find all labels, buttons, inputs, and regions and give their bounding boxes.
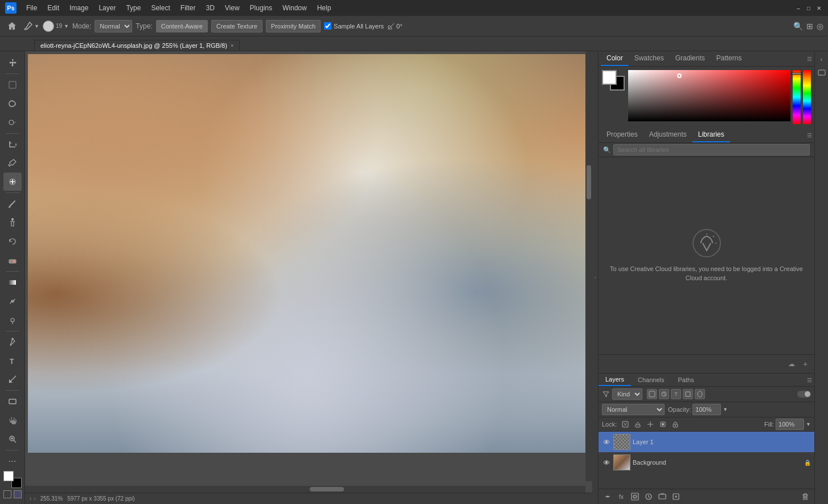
menu-file[interactable]: File — [22, 3, 42, 13]
pen-tool[interactable] — [3, 333, 22, 351]
document-tab[interactable]: eliott-reyna-jCEpN62oWL4-unsplash.jpg @ … — [34, 40, 240, 51]
comment-button[interactable] — [816, 67, 827, 79]
blur-tool[interactable] — [3, 292, 22, 310]
hand-tool[interactable] — [3, 411, 22, 429]
add-library-button[interactable]: + — [800, 358, 811, 370]
brush-tool[interactable] — [3, 195, 22, 213]
tab-adjustments[interactable]: Adjustments — [643, 128, 692, 142]
opacity-dropdown[interactable]: ▼ — [723, 407, 728, 412]
fx-button[interactable]: fx — [616, 491, 627, 502]
color-panel-menu[interactable]: ☰ — [807, 51, 812, 66]
menu-3d[interactable]: 3D — [201, 3, 219, 13]
tab-color[interactable]: Color — [601, 51, 629, 66]
minimize-button[interactable]: – — [794, 3, 803, 13]
tab-swatches[interactable]: Swatches — [629, 51, 670, 66]
delete-layer-button[interactable] — [800, 491, 811, 502]
eyedropper-tool[interactable] — [3, 154, 22, 173]
tab-patterns[interactable]: Patterns — [711, 51, 748, 66]
color-crosshair[interactable] — [677, 73, 682, 78]
proximity-match-button[interactable]: Proximity Match — [266, 20, 321, 32]
vertical-scrollbar[interactable] — [585, 51, 592, 481]
blend-mode-select[interactable]: Normal — [602, 404, 665, 415]
lock-position-button[interactable] — [645, 419, 655, 429]
history-brush-tool[interactable] — [3, 232, 22, 251]
rectangle-tool[interactable] — [3, 392, 22, 411]
menu-type[interactable]: Type — [121, 3, 145, 13]
more-tools[interactable]: ··· — [3, 452, 22, 470]
zoom-tool[interactable] — [3, 430, 22, 448]
menu-view[interactable]: View — [220, 3, 244, 13]
brush-size-dropdown[interactable]: ▼ — [64, 23, 69, 29]
move-tool[interactable] — [3, 54, 22, 72]
home-button[interactable] — [5, 19, 19, 34]
layer-visibility-toggle[interactable] — [602, 458, 611, 467]
menu-select[interactable]: Select — [146, 3, 174, 13]
foreground-color-swatch[interactable] — [3, 471, 14, 481]
layer-item[interactable]: Layer 1 — [599, 432, 814, 452]
dodge-tool[interactable] — [3, 311, 22, 329]
hue-strip[interactable] — [793, 70, 801, 124]
type-tool[interactable]: T — [3, 352, 22, 370]
eraser-tool[interactable] — [3, 251, 22, 269]
search-button[interactable]: 🔍 — [793, 22, 803, 31]
lock-transparent-button[interactable] — [620, 419, 630, 429]
path-selection-tool[interactable] — [3, 371, 22, 389]
foreground-background-colors[interactable] — [3, 471, 22, 488]
hue-indicator[interactable] — [792, 73, 802, 75]
quick-mask-button[interactable] — [14, 490, 22, 498]
menu-filter[interactable]: Filter — [176, 3, 200, 13]
mode-select[interactable]: Normal — [95, 20, 132, 32]
filter-toggle[interactable] — [797, 391, 811, 398]
vertical-scrollbar-thumb[interactable] — [587, 165, 591, 199]
menu-window[interactable]: Window — [278, 3, 311, 13]
menu-help[interactable]: Help — [313, 3, 336, 13]
tab-channels[interactable]: Channels — [631, 374, 671, 386]
horizontal-scrollbar-thumb[interactable] — [310, 487, 344, 491]
filter-type-button[interactable]: T — [671, 389, 681, 399]
properties-panel-menu[interactable]: ☰ — [807, 128, 812, 142]
filter-shape-button[interactable] — [683, 389, 693, 399]
fill-dropdown[interactable]: ▼ — [806, 421, 811, 427]
filter-smart-button[interactable] — [695, 389, 705, 399]
next-arrow[interactable]: › — [34, 495, 35, 502]
tab-layers[interactable]: Layers — [599, 374, 631, 386]
quick-select-tool[interactable] — [3, 113, 22, 132]
layers-panel-menu[interactable]: ☰ — [807, 377, 812, 383]
lock-artboard-button[interactable] — [658, 419, 668, 429]
link-layers-button[interactable] — [602, 491, 613, 502]
menu-image[interactable]: Image — [65, 3, 93, 13]
canvas-container[interactable] — [25, 51, 592, 493]
brush-tool-icon[interactable]: ▼ — [23, 21, 39, 31]
filter-adjustment-button[interactable] — [659, 389, 669, 399]
horizontal-scrollbar[interactable] — [25, 486, 585, 493]
color-picker-container[interactable] — [628, 70, 811, 124]
lock-pixels-button[interactable] — [633, 419, 643, 429]
layer-item[interactable]: Background 🔒 — [599, 452, 814, 473]
filter-pixel-button[interactable] — [647, 389, 657, 399]
tab-libraries[interactable]: Libraries — [692, 128, 730, 142]
gradient-tool[interactable] — [3, 273, 22, 292]
fill-input[interactable] — [776, 419, 804, 430]
menu-plugins[interactable]: Plugins — [245, 3, 277, 13]
menu-edit[interactable]: Edit — [43, 3, 64, 13]
tab-paths[interactable]: Paths — [671, 374, 701, 386]
group-layers-button[interactable] — [657, 491, 668, 502]
layer-filter-select[interactable]: Kind — [612, 388, 642, 400]
tab-properties[interactable]: Properties — [601, 128, 643, 142]
maximize-button[interactable]: □ — [804, 3, 813, 13]
sample-all-layers-checkbox[interactable] — [324, 22, 331, 30]
tab-close-button[interactable]: × — [231, 43, 233, 48]
lasso-tool[interactable] — [3, 95, 22, 113]
fg-bg-color-boxes[interactable] — [602, 70, 625, 91]
close-button[interactable]: ✕ — [814, 3, 823, 13]
opacity-input[interactable] — [692, 404, 721, 415]
crop-tool[interactable] — [3, 136, 22, 154]
panel-collapse-handle[interactable]: › — [592, 51, 598, 504]
new-layer-button[interactable] — [670, 491, 682, 502]
color-transparency-strip[interactable] — [803, 70, 811, 124]
menu-layer[interactable]: Layer — [94, 3, 120, 13]
cloud-button[interactable]: ☁ — [786, 358, 797, 370]
content-aware-button[interactable]: Content-Aware — [156, 20, 208, 32]
color-spectrum-picker[interactable] — [628, 70, 790, 121]
healing-brush-tool[interactable] — [3, 173, 22, 191]
